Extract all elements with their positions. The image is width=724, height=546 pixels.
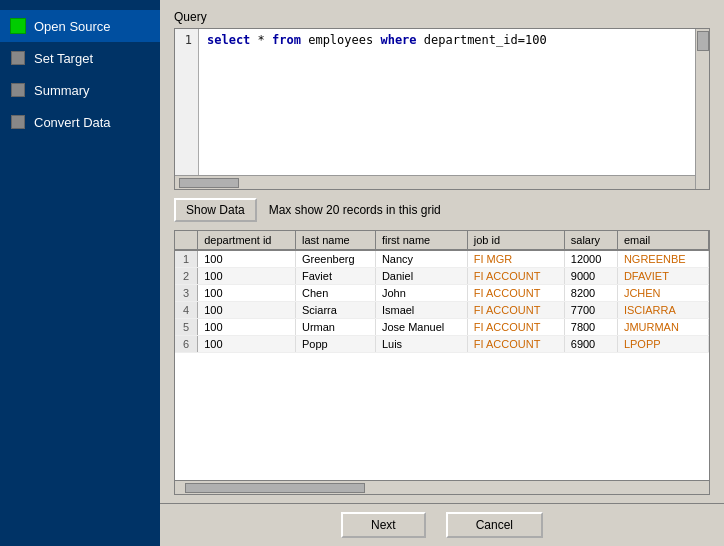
table-cell-r4-c6: ISCIARRA	[617, 302, 708, 319]
convert-data-icon	[10, 114, 26, 130]
table-row: 4100SciarraIsmaelFI ACCOUNT7700ISCIARRA	[175, 302, 709, 319]
data-table: department id last name first name job i…	[175, 231, 709, 353]
table-row: 5100UrmanJose ManuelFI ACCOUNT7800JMURMA…	[175, 319, 709, 336]
main-panel: Query 1 select * from employees where de…	[160, 0, 724, 546]
table-cell-r1-c1: 100	[198, 250, 296, 268]
table-cell-r5-c3: Jose Manuel	[375, 319, 467, 336]
sidebar-item-set-target[interactable]: Set Target	[0, 42, 160, 74]
sidebar: Open Source Set Target Summary Convert D…	[0, 0, 160, 546]
table-hscrollbar[interactable]	[175, 480, 709, 494]
sidebar-item-summary[interactable]: Summary	[0, 74, 160, 106]
table-cell-r6-c4: FI ACCOUNT	[467, 336, 564, 353]
table-cell-r4-c5: 7700	[564, 302, 617, 319]
table-cell-r2-c2: Faviet	[295, 268, 375, 285]
table-cell-r1-c0: 1	[175, 250, 198, 268]
table-cell-r4-c0: 4	[175, 302, 198, 319]
col-header-job-id: job id	[467, 231, 564, 250]
table-cell-r6-c3: Luis	[375, 336, 467, 353]
query-hscroll-thumb[interactable]	[179, 178, 239, 188]
table-row: 1100GreenbergNancyFI MGR12000NGREENBE	[175, 250, 709, 268]
query-hscrollbar[interactable]	[175, 175, 695, 189]
sidebar-label-set-target: Set Target	[34, 51, 93, 66]
table-cell-r3-c4: FI ACCOUNT	[467, 285, 564, 302]
sidebar-label-summary: Summary	[34, 83, 90, 98]
table-cell-r4-c3: Ismael	[375, 302, 467, 319]
col-header-first-name: first name	[375, 231, 467, 250]
table-cell-r1-c5: 12000	[564, 250, 617, 268]
table-body: 1100GreenbergNancyFI MGR12000NGREENBE210…	[175, 250, 709, 353]
table-cell-r2-c4: FI ACCOUNT	[467, 268, 564, 285]
sidebar-label-open-source: Open Source	[34, 19, 111, 34]
sidebar-item-open-source[interactable]: Open Source	[0, 10, 160, 42]
sidebar-item-convert-data[interactable]: Convert Data	[0, 106, 160, 138]
max-records-label: Max show 20 records in this grid	[269, 203, 441, 217]
table-cell-r2-c1: 100	[198, 268, 296, 285]
show-data-row: Show Data Max show 20 records in this gr…	[174, 198, 710, 222]
query-box: 1 select * from employees where departme…	[174, 28, 710, 190]
table-cell-r1-c6: NGREENBE	[617, 250, 708, 268]
table-cell-r5-c0: 5	[175, 319, 198, 336]
set-target-icon	[10, 50, 26, 66]
col-header-rownum	[175, 231, 198, 250]
table-cell-r5-c5: 7800	[564, 319, 617, 336]
table-header-row: department id last name first name job i…	[175, 231, 709, 250]
table-cell-r5-c2: Urman	[295, 319, 375, 336]
table-cell-r3-c3: John	[375, 285, 467, 302]
query-vscrollbar[interactable]	[695, 29, 709, 189]
bottom-bar: Next Cancel	[160, 503, 724, 546]
content-area: Query 1 select * from employees where de…	[160, 0, 724, 503]
summary-icon	[10, 82, 26, 98]
table-cell-r6-c2: Popp	[295, 336, 375, 353]
table-cell-r2-c5: 9000	[564, 268, 617, 285]
table-row: 6100PoppLuisFI ACCOUNT6900LPOPP	[175, 336, 709, 353]
table-hscroll-thumb[interactable]	[185, 483, 365, 493]
table-cell-r5-c1: 100	[198, 319, 296, 336]
line-numbers: 1	[175, 29, 199, 175]
cancel-button[interactable]: Cancel	[446, 512, 543, 538]
table-cell-r5-c4: FI ACCOUNT	[467, 319, 564, 336]
table-cell-r6-c0: 6	[175, 336, 198, 353]
query-label: Query	[174, 10, 710, 24]
table-cell-r1-c2: Greenberg	[295, 250, 375, 268]
table-row: 2100FavietDanielFI ACCOUNT9000DFAVIET	[175, 268, 709, 285]
col-header-department-id: department id	[198, 231, 296, 250]
table-cell-r6-c1: 100	[198, 336, 296, 353]
table-cell-r5-c6: JMURMAN	[617, 319, 708, 336]
table-cell-r4-c2: Sciarra	[295, 302, 375, 319]
table-cell-r3-c0: 3	[175, 285, 198, 302]
table-cell-r6-c6: LPOPP	[617, 336, 708, 353]
open-source-icon	[10, 18, 26, 34]
table-cell-r4-c1: 100	[198, 302, 296, 319]
query-vscroll-thumb[interactable]	[697, 31, 709, 51]
data-table-container: department id last name first name job i…	[174, 230, 710, 495]
table-cell-r2-c3: Daniel	[375, 268, 467, 285]
sidebar-label-convert-data: Convert Data	[34, 115, 111, 130]
table-cell-r3-c5: 8200	[564, 285, 617, 302]
table-cell-r2-c6: DFAVIET	[617, 268, 708, 285]
col-header-email: email	[617, 231, 708, 250]
query-body: 1 select * from employees where departme…	[175, 29, 695, 189]
sql-code: select * from employees where department…	[207, 33, 687, 47]
table-scroll-area[interactable]: department id last name first name job i…	[175, 231, 709, 480]
table-cell-r4-c4: FI ACCOUNT	[467, 302, 564, 319]
show-data-button[interactable]: Show Data	[174, 198, 257, 222]
query-text-input[interactable]: select * from employees where department…	[199, 29, 695, 175]
table-cell-r6-c5: 6900	[564, 336, 617, 353]
col-header-salary: salary	[564, 231, 617, 250]
table-row: 3100ChenJohnFI ACCOUNT8200JCHEN	[175, 285, 709, 302]
table-cell-r1-c3: Nancy	[375, 250, 467, 268]
table-cell-r3-c2: Chen	[295, 285, 375, 302]
col-header-last-name: last name	[295, 231, 375, 250]
table-cell-r3-c1: 100	[198, 285, 296, 302]
table-cell-r3-c6: JCHEN	[617, 285, 708, 302]
table-cell-r1-c4: FI MGR	[467, 250, 564, 268]
table-cell-r2-c0: 2	[175, 268, 198, 285]
next-button[interactable]: Next	[341, 512, 426, 538]
